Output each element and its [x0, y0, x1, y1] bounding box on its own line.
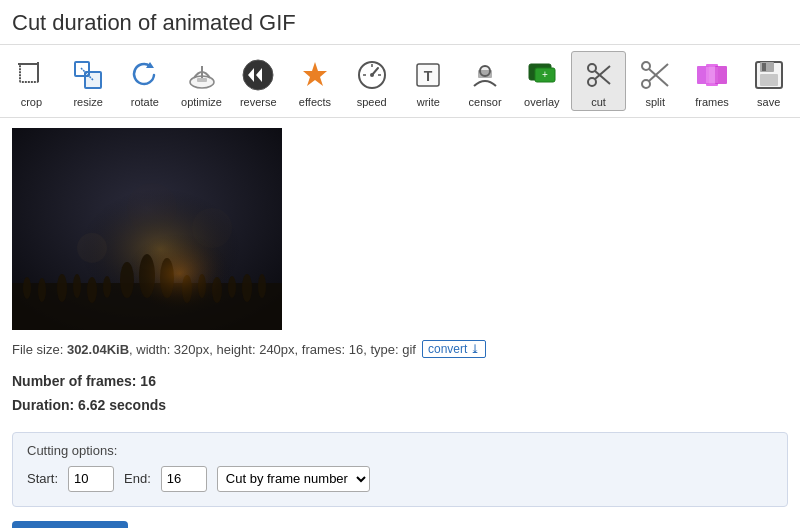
- tool-split-label: split: [645, 96, 665, 108]
- cut-method-select[interactable]: Cut by frame number Cut by seconds Cut b…: [217, 466, 370, 492]
- censor-icon: [466, 56, 504, 94]
- effects-icon: [296, 56, 334, 94]
- cut-icon: [580, 56, 618, 94]
- split-icon: [636, 56, 674, 94]
- tool-write[interactable]: T write: [401, 51, 456, 111]
- crop-icon: [12, 56, 50, 94]
- tool-save[interactable]: save: [741, 51, 796, 111]
- tool-overlay-label: overlay: [524, 96, 559, 108]
- convert-label: convert: [428, 342, 467, 356]
- tool-speed[interactable]: speed: [344, 51, 399, 111]
- cutting-options-panel: Cutting options: Start: End: Cut by fram…: [12, 432, 788, 507]
- tool-split[interactable]: split: [628, 51, 683, 111]
- duration-value: 6.62 seconds: [78, 397, 166, 413]
- tool-cut[interactable]: cut: [571, 51, 626, 111]
- frames-icon: [693, 56, 731, 94]
- tool-rotate-label: rotate: [131, 96, 159, 108]
- tool-optimize-label: optimize: [181, 96, 222, 108]
- cutting-options-label: Cutting options:: [27, 443, 773, 458]
- page-title: Cut duration of animated GIF: [0, 0, 800, 45]
- save-icon: [750, 56, 788, 94]
- svg-rect-63: [12, 128, 282, 330]
- toolbar: crop resize rotate: [0, 45, 800, 118]
- tool-cut-label: cut: [591, 96, 606, 108]
- svg-point-27: [588, 64, 596, 72]
- end-label: End:: [124, 471, 151, 486]
- duration-label: Duration:: [12, 397, 78, 413]
- duration-stat: Duration: 6.62 seconds: [12, 394, 788, 418]
- svg-rect-22: [478, 70, 492, 78]
- tool-effects[interactable]: effects: [288, 51, 343, 111]
- file-info: File size: 302.04KiB, width: 320px, heig…: [12, 340, 788, 358]
- tool-frames-label: frames: [695, 96, 729, 108]
- svg-rect-41: [762, 63, 766, 71]
- tool-rotate[interactable]: rotate: [117, 51, 172, 111]
- cut-duration-button[interactable]: Cut duration!: [12, 521, 128, 528]
- tool-crop[interactable]: crop: [4, 51, 59, 111]
- stats-section: Number of frames: 16 Duration: 6.62 seco…: [12, 370, 788, 418]
- tool-reverse-label: reverse: [240, 96, 277, 108]
- file-info-text: File size: 302.04KiB, width: 320px, heig…: [12, 342, 416, 357]
- overlay-icon: +: [523, 56, 561, 94]
- tool-resize[interactable]: resize: [61, 51, 116, 111]
- tool-optimize[interactable]: optimize: [174, 51, 229, 111]
- tool-censor-label: censor: [469, 96, 502, 108]
- tool-overlay[interactable]: + overlay: [514, 51, 569, 111]
- gif-preview: [12, 128, 282, 330]
- tool-reverse[interactable]: reverse: [231, 51, 286, 111]
- svg-point-26: [588, 78, 596, 86]
- svg-rect-40: [760, 74, 778, 86]
- tool-crop-label: crop: [21, 96, 42, 108]
- end-input[interactable]: [161, 466, 207, 492]
- resize-icon: [69, 56, 107, 94]
- frames-stat: Number of frames: 16: [12, 370, 788, 394]
- optimize-icon: [183, 56, 221, 94]
- tool-effects-label: effects: [299, 96, 331, 108]
- svg-text:+: +: [542, 69, 548, 80]
- svg-rect-0: [20, 64, 38, 82]
- frames-label: Number of frames:: [12, 373, 140, 389]
- svg-point-30: [642, 80, 650, 88]
- tool-resize-label: resize: [73, 96, 102, 108]
- svg-text:T: T: [424, 68, 433, 84]
- tool-write-label: write: [417, 96, 440, 108]
- svg-rect-37: [706, 67, 718, 83]
- write-icon: T: [409, 56, 447, 94]
- frames-value: 16: [140, 373, 156, 389]
- convert-icon: ⤓: [470, 342, 480, 356]
- tool-frames[interactable]: frames: [685, 51, 740, 111]
- start-label: Start:: [27, 471, 58, 486]
- file-meta: , width: 320px, height: 240px, frames: 1…: [129, 342, 416, 357]
- tool-speed-label: speed: [357, 96, 387, 108]
- rotate-icon: [126, 56, 164, 94]
- start-input[interactable]: [68, 466, 114, 492]
- file-size: 302.04KiB: [67, 342, 129, 357]
- speed-icon: [353, 56, 391, 94]
- tool-censor[interactable]: censor: [458, 51, 513, 111]
- convert-button[interactable]: convert ⤓: [422, 340, 486, 358]
- tool-save-label: save: [757, 96, 780, 108]
- svg-point-31: [642, 62, 650, 70]
- svg-point-15: [370, 73, 374, 77]
- reverse-icon: [239, 56, 277, 94]
- cutting-row: Start: End: Cut by frame number Cut by s…: [27, 466, 773, 492]
- main-content: File size: 302.04KiB, width: 320px, heig…: [0, 118, 800, 528]
- svg-rect-9: [197, 78, 207, 82]
